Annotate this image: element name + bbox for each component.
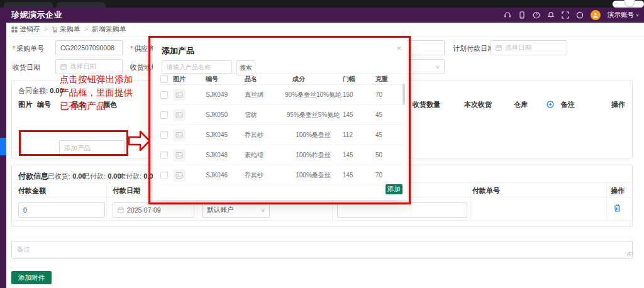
app-header: 珍妮演示企业 ? 演示账号 bbox=[0, 8, 644, 23]
breadcrumb-item-inventory[interactable]: 进销存 bbox=[11, 25, 40, 34]
calendar-icon bbox=[496, 45, 502, 51]
payment-title: 付款信息 bbox=[18, 171, 48, 182]
add-button[interactable]: 添加 bbox=[386, 184, 402, 194]
browser-chrome bbox=[0, 0, 644, 8]
calendar-icon bbox=[60, 64, 67, 70]
col-remark-header: 备注 bbox=[561, 100, 575, 109]
pay-no-input[interactable] bbox=[337, 202, 467, 218]
resize-handle[interactable] bbox=[626, 250, 631, 257]
annotation-text: 点击按钮弹出添加 产品框，里面提供 已有的产品 bbox=[60, 73, 167, 113]
mobile-icon[interactable] bbox=[518, 11, 526, 19]
contract-amount: 合同金额: 0.00 bbox=[18, 86, 64, 96]
account-menu[interactable]: 演示账号 ∨ bbox=[608, 11, 639, 19]
row-checkbox[interactable] bbox=[160, 152, 168, 159]
supplier-label: *供应商 bbox=[130, 44, 155, 53]
col-warehouse-header: 仓库 bbox=[514, 100, 528, 109]
col-pay-date-header: 付款日期 bbox=[113, 186, 140, 196]
account-name: 演示账号 bbox=[608, 11, 634, 19]
row-checkbox[interactable] bbox=[160, 131, 168, 139]
col-action-header: 操作 bbox=[611, 100, 625, 109]
product-table-header: 图片 编号 品名 成分 门幅 克重 bbox=[160, 73, 402, 85]
breadcrumb-item-new-po: 新增采购单 bbox=[92, 25, 126, 34]
image-placeholder-icon bbox=[173, 169, 186, 182]
breadcrumb-separator: > bbox=[44, 26, 48, 33]
product-row[interactable]: SJK048 素绉缎 100%柞蚕丝 145 50 bbox=[160, 145, 402, 165]
product-row[interactable]: SJK049 真丝绸 90%桑蚕丝10%氨纶 150 70 bbox=[160, 85, 402, 105]
po-number-input[interactable]: CG202507090008 bbox=[55, 40, 123, 55]
product-table: 图片 编号 品名 成分 门幅 克重 SJK049 真丝绸 90%桑蚕丝10%氨纶… bbox=[160, 73, 402, 186]
col-pay-no-header: 付款单号 bbox=[472, 186, 500, 196]
plan-pay-date-input[interactable]: 选择日期 bbox=[491, 40, 567, 55]
product-search-input[interactable]: 请输入产品名称 bbox=[162, 60, 232, 74]
divider bbox=[606, 182, 607, 220]
svg-text:?: ? bbox=[535, 13, 538, 17]
browser-tab[interactable] bbox=[57, 2, 106, 8]
headset-icon[interactable] bbox=[504, 11, 511, 19]
annotation-arrow-icon bbox=[127, 129, 152, 155]
breadcrumb: 进销存 > 采购单 > 新增采购单 bbox=[6, 23, 644, 36]
breadcrumb-item-purchase-order[interactable]: 采购单 bbox=[52, 25, 80, 34]
recv-date-label: 收货日期 bbox=[13, 63, 40, 72]
image-placeholder-icon bbox=[173, 149, 186, 162]
plus-circle-icon[interactable] bbox=[547, 99, 554, 111]
sync-icon[interactable] bbox=[576, 11, 584, 19]
table-scrollbar[interactable] bbox=[402, 84, 405, 105]
annotation-highlight-box bbox=[19, 130, 128, 156]
divider bbox=[106, 182, 107, 220]
select-all-checkbox[interactable] bbox=[160, 75, 168, 83]
bell-icon[interactable] bbox=[547, 11, 555, 19]
product-row[interactable]: SJK050 雪纺 95%桑蚕丝5%氨纶 145 45 bbox=[160, 105, 402, 125]
row-checkbox[interactable] bbox=[160, 91, 168, 99]
cart-icon bbox=[52, 26, 58, 33]
app-window: 珍妮演示企业 ? 演示账号 bbox=[0, 0, 644, 288]
fullscreen-icon[interactable] bbox=[562, 11, 569, 19]
paid-amount: 已付款: 0.00 bbox=[83, 172, 121, 181]
remark-textarea[interactable]: 备注 bbox=[11, 241, 633, 259]
chevron-down-icon: ∨ bbox=[260, 208, 265, 213]
add-product-modal: 添加产品 × 请输入产品名称 搜索 图片 编号 品名 成分 门幅 克重 SJK0… bbox=[153, 40, 408, 200]
col-pay-amount-header: 付款金额 bbox=[18, 186, 46, 196]
grid-icon bbox=[11, 26, 18, 33]
attach-button[interactable]: 添加附件 bbox=[11, 271, 52, 284]
chevron-down-icon: ∨ bbox=[636, 13, 639, 18]
modal-title: 添加产品 bbox=[162, 45, 194, 57]
pay-amount-input[interactable]: 0 bbox=[18, 202, 105, 218]
sidebar-active-indicator bbox=[0, 138, 6, 155]
recv-date-input[interactable]: 选择日期 bbox=[55, 59, 123, 74]
image-placeholder-icon bbox=[173, 109, 186, 121]
col-this-recv-header: 本次收货 bbox=[464, 100, 492, 109]
company-name: 珍妮演示企业 bbox=[11, 9, 62, 21]
pay-account-select[interactable]: 默认账户 ∨ bbox=[202, 202, 270, 218]
col-image-header: 图片 bbox=[18, 100, 32, 109]
product-row[interactable]: SJK045 乔其纱 100%桑蚕丝 112 45 bbox=[160, 125, 402, 145]
calendar-icon bbox=[118, 207, 124, 213]
col-code-header: 编号 bbox=[37, 100, 51, 109]
col-pay-action-header: 操作 bbox=[611, 186, 625, 196]
divider bbox=[470, 182, 471, 220]
product-row[interactable]: SJK046 乔其纱 100%桑蚕丝 145 70 bbox=[160, 165, 402, 186]
pay-date-input[interactable]: 2025-07-09 bbox=[113, 202, 194, 218]
close-icon[interactable]: × bbox=[396, 43, 401, 53]
unpaid-amount: 未付款: 0.00 bbox=[119, 172, 157, 181]
breadcrumb-separator: > bbox=[84, 26, 88, 33]
avatar[interactable] bbox=[591, 10, 601, 20]
plan-pay-date-label: 计划付款日期 bbox=[453, 44, 494, 53]
trash-icon[interactable] bbox=[613, 204, 621, 215]
col-recv-qty-header: 收货数量 bbox=[413, 100, 440, 109]
help-icon[interactable]: ? bbox=[533, 11, 540, 19]
row-checkbox[interactable] bbox=[160, 172, 168, 179]
browser-tab[interactable] bbox=[4, 2, 53, 8]
image-placeholder-icon bbox=[173, 89, 186, 101]
chevron-down-icon: ∨ bbox=[435, 64, 440, 70]
received-amount: 已收货: 0.00 bbox=[48, 172, 86, 181]
po-number-label: *采购单号 bbox=[13, 44, 44, 53]
row-checkbox[interactable] bbox=[160, 111, 168, 119]
divider bbox=[12, 220, 632, 221]
image-placeholder-icon bbox=[173, 129, 186, 141]
collapsed-sidebar[interactable] bbox=[0, 23, 6, 288]
